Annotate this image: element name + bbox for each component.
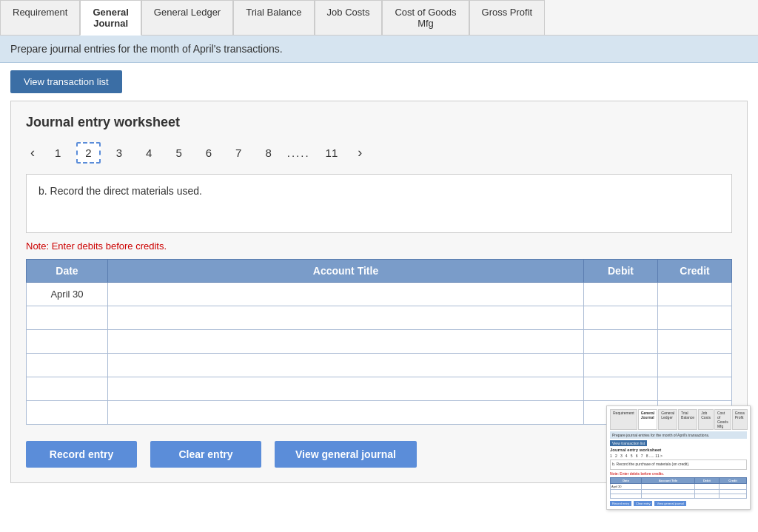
- credit-cell-3[interactable]: [658, 330, 732, 354]
- debit-input-1[interactable]: [584, 283, 657, 306]
- thumbnail-preview: Requirement GeneralJournal General Ledge…: [606, 405, 751, 494]
- info-bar: Prepare journal entries for the month of…: [0, 36, 758, 63]
- page-11[interactable]: 11: [318, 143, 346, 163]
- debit-input-4[interactable]: [584, 354, 657, 377]
- record-entry-button[interactable]: Record entry: [26, 441, 137, 468]
- account-input-1[interactable]: [108, 283, 583, 306]
- credit-cell-2[interactable]: [658, 306, 732, 330]
- col-header-date: Date: [27, 260, 108, 283]
- credit-cell-4[interactable]: [658, 354, 732, 377]
- date-cell-5: [27, 377, 108, 401]
- page-4[interactable]: 4: [138, 143, 160, 163]
- page-ellipsis: .....: [287, 147, 310, 159]
- table-row: [27, 330, 732, 354]
- account-input-2[interactable]: [108, 306, 583, 329]
- journal-table: Date Account Title Debit Credit April 30: [26, 259, 732, 425]
- date-cell-2: [27, 306, 108, 330]
- col-header-account: Account Title: [108, 260, 584, 283]
- page-6[interactable]: 6: [198, 143, 220, 163]
- account-cell-1[interactable]: [108, 283, 584, 306]
- debit-input-3[interactable]: [584, 330, 657, 353]
- page-2[interactable]: 2: [76, 142, 100, 164]
- debit-cell-2[interactable]: [584, 306, 658, 330]
- tab-gross-profit[interactable]: Gross Profit: [469, 0, 546, 35]
- tab-job-costs[interactable]: Job Costs: [315, 0, 383, 35]
- account-input-6[interactable]: [108, 401, 583, 424]
- credit-input-3[interactable]: [658, 330, 731, 353]
- account-input-5[interactable]: [108, 377, 583, 400]
- table-row: [27, 306, 732, 330]
- tab-trial-balance[interactable]: Trial Balance: [233, 0, 314, 35]
- page-prev-button[interactable]: ‹: [26, 144, 39, 162]
- credit-input-5[interactable]: [658, 377, 731, 400]
- tab-requirement[interactable]: Requirement: [0, 0, 80, 35]
- credit-cell-5[interactable]: [658, 377, 732, 401]
- tab-general-ledger[interactable]: General Ledger: [141, 0, 233, 35]
- page-5[interactable]: 5: [167, 143, 190, 163]
- page-8[interactable]: 8: [257, 143, 279, 163]
- view-transaction-button[interactable]: View transaction list: [10, 70, 122, 93]
- account-cell-6[interactable]: [108, 401, 584, 425]
- account-cell-4[interactable]: [108, 354, 584, 377]
- debit-cell-4[interactable]: [584, 354, 658, 377]
- pagination: ‹ 1 2 3 4 5 6 7 8 ..... 11 ›: [26, 142, 732, 164]
- date-cell-1: April 30: [27, 283, 108, 306]
- credit-input-4[interactable]: [658, 354, 731, 377]
- page-3[interactable]: 3: [108, 143, 130, 163]
- table-row: [27, 354, 732, 377]
- page-next-button[interactable]: ›: [353, 144, 366, 162]
- credit-input-2[interactable]: [658, 306, 731, 329]
- credit-input-1[interactable]: [658, 283, 731, 306]
- debit-cell-3[interactable]: [584, 330, 658, 354]
- col-header-credit: Credit: [658, 260, 732, 283]
- debit-input-2[interactable]: [584, 306, 657, 329]
- debit-input-5[interactable]: [584, 377, 657, 400]
- date-cell-6: [27, 401, 108, 425]
- page-7[interactable]: 7: [227, 143, 249, 163]
- date-cell-3: [27, 330, 108, 354]
- debit-cell-1[interactable]: [584, 283, 658, 306]
- tab-bar: Requirement GeneralJournal General Ledge…: [0, 0, 758, 36]
- page-1[interactable]: 1: [47, 143, 69, 163]
- account-cell-3[interactable]: [108, 330, 584, 354]
- view-general-journal-button[interactable]: View general journal: [275, 441, 417, 468]
- clear-entry-button[interactable]: Clear entry: [150, 441, 261, 468]
- credit-cell-1[interactable]: [658, 283, 732, 306]
- debit-cell-5[interactable]: [584, 377, 658, 401]
- note-text: Note: Enter debits before credits.: [26, 240, 732, 252]
- date-cell-4: [27, 354, 108, 377]
- account-input-3[interactable]: [108, 330, 583, 353]
- account-cell-2[interactable]: [108, 306, 584, 330]
- account-input-4[interactable]: [108, 354, 583, 377]
- col-header-debit: Debit: [584, 260, 658, 283]
- worksheet-title: Journal entry worksheet: [26, 115, 732, 130]
- description-box: b. Record the direct materials used.: [26, 174, 732, 233]
- account-cell-5[interactable]: [108, 377, 584, 401]
- table-row: April 30: [27, 283, 732, 306]
- tab-cost-of-goods[interactable]: Cost of GoodsMfg: [382, 0, 469, 35]
- tab-general-journal[interactable]: GeneralJournal: [80, 0, 141, 36]
- table-row: [27, 377, 732, 401]
